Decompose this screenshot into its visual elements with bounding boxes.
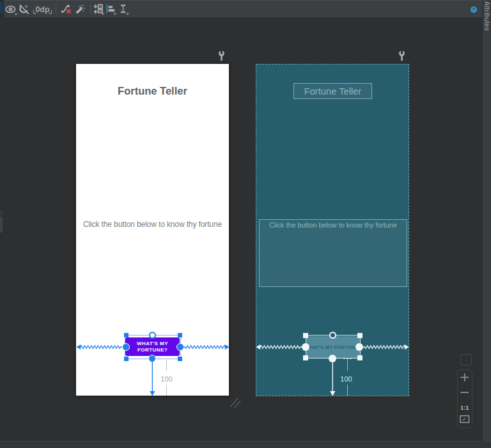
- svg-text:1:1: 1:1: [460, 404, 469, 411]
- svg-text:0dp: 0dp: [35, 5, 50, 14]
